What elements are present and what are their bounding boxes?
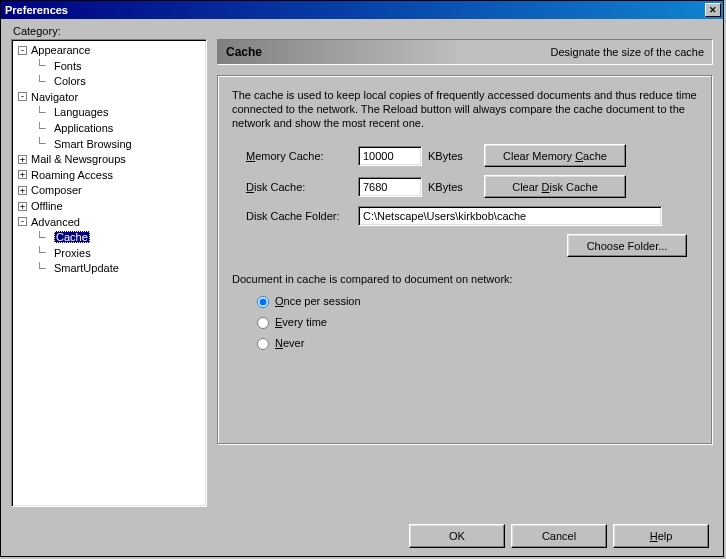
choose-folder-button[interactable]: Choose Folder... bbox=[567, 234, 687, 257]
tree-item-mail[interactable]: +Mail & Newsgroups bbox=[14, 151, 204, 167]
tree-item-composer[interactable]: +Composer bbox=[14, 182, 204, 198]
disk-cache-folder-input[interactable] bbox=[358, 206, 662, 226]
tree-item-cache[interactable]: └╴Cache bbox=[14, 229, 204, 245]
cache-groupbox: The cache is used to keep local copies o… bbox=[217, 75, 713, 445]
expand-icon[interactable]: + bbox=[18, 155, 27, 164]
tree-item-smartbrowsing[interactable]: └╴Smart Browsing bbox=[14, 136, 204, 152]
radio-never[interactable]: Never bbox=[232, 335, 698, 350]
tree-item-appearance[interactable]: -Appearance bbox=[14, 42, 204, 58]
collapse-icon[interactable]: - bbox=[18, 217, 27, 226]
compare-label: Document in cache is compared to documen… bbox=[232, 273, 698, 285]
choose-folder-row: Choose Folder... bbox=[232, 234, 698, 257]
settings-panel: Cache Designate the size of the cache Th… bbox=[217, 39, 713, 510]
radio-once-per-session[interactable]: Once per session bbox=[232, 293, 698, 308]
content-area: Category: -Appearance └╴Fonts └╴Colors -… bbox=[1, 19, 723, 556]
radio-every-input[interactable] bbox=[257, 317, 269, 329]
radio-never-input[interactable] bbox=[257, 338, 269, 350]
tree-item-proxies[interactable]: └╴Proxies bbox=[14, 245, 204, 261]
clear-memory-cache-button[interactable]: Clear Memory Cache bbox=[484, 144, 626, 167]
dialog-buttons: OK Cancel Help bbox=[11, 524, 713, 548]
panel-title: Cache bbox=[226, 45, 262, 59]
expand-icon[interactable]: + bbox=[18, 186, 27, 195]
main-row: -Appearance └╴Fonts └╴Colors -Navigator … bbox=[11, 39, 713, 510]
category-label: Category: bbox=[13, 25, 713, 37]
panel-subtitle: Designate the size of the cache bbox=[551, 46, 704, 58]
tree-item-colors[interactable]: └╴Colors bbox=[14, 73, 204, 89]
cancel-button[interactable]: Cancel bbox=[511, 524, 607, 548]
disk-cache-row: Disk Cache: KBytes Clear Disk Cache bbox=[232, 175, 698, 198]
close-icon[interactable]: ✕ bbox=[705, 3, 721, 17]
folder-label: Disk Cache Folder: bbox=[232, 210, 358, 222]
disk-cache-label: Disk Cache: bbox=[232, 181, 358, 193]
tree-item-offline[interactable]: +Offline bbox=[14, 198, 204, 214]
radio-every-time[interactable]: Every time bbox=[232, 314, 698, 329]
memory-cache-row: Memory Cache: KBytes Clear Memory Cache bbox=[232, 144, 698, 167]
tree-item-fonts[interactable]: └╴Fonts bbox=[14, 58, 204, 74]
disk-cache-input[interactable] bbox=[358, 177, 422, 197]
memory-unit: KBytes bbox=[428, 150, 484, 162]
expand-icon[interactable]: + bbox=[18, 170, 27, 179]
tree-item-roaming[interactable]: +Roaming Access bbox=[14, 167, 204, 183]
memory-cache-input[interactable] bbox=[358, 146, 422, 166]
expand-icon[interactable]: + bbox=[18, 202, 27, 211]
category-tree[interactable]: -Appearance └╴Fonts └╴Colors -Navigator … bbox=[11, 39, 207, 507]
ok-button[interactable]: OK bbox=[409, 524, 505, 548]
radio-once-input[interactable] bbox=[257, 296, 269, 308]
tree-item-navigator[interactable]: -Navigator bbox=[14, 89, 204, 105]
tree-item-languages[interactable]: └╴Languages bbox=[14, 104, 204, 120]
tree-item-advanced[interactable]: -Advanced bbox=[14, 214, 204, 230]
tree-item-applications[interactable]: └╴Applications bbox=[14, 120, 204, 136]
disk-unit: KBytes bbox=[428, 181, 484, 193]
collapse-icon[interactable]: - bbox=[18, 46, 27, 55]
help-button[interactable]: Help bbox=[613, 524, 709, 548]
titlebar: Preferences ✕ bbox=[1, 1, 723, 19]
collapse-icon[interactable]: - bbox=[18, 92, 27, 101]
tree-item-smartupdate[interactable]: └╴SmartUpdate bbox=[14, 260, 204, 276]
folder-row: Disk Cache Folder: bbox=[232, 206, 698, 226]
panel-header: Cache Designate the size of the cache bbox=[217, 39, 713, 65]
preferences-window: Preferences ✕ Category: -Appearance └╴Fo… bbox=[0, 0, 724, 557]
window-title: Preferences bbox=[5, 4, 68, 16]
cache-description: The cache is used to keep local copies o… bbox=[232, 88, 698, 130]
memory-cache-label: Memory Cache: bbox=[232, 150, 358, 162]
clear-disk-cache-button[interactable]: Clear Disk Cache bbox=[484, 175, 626, 198]
